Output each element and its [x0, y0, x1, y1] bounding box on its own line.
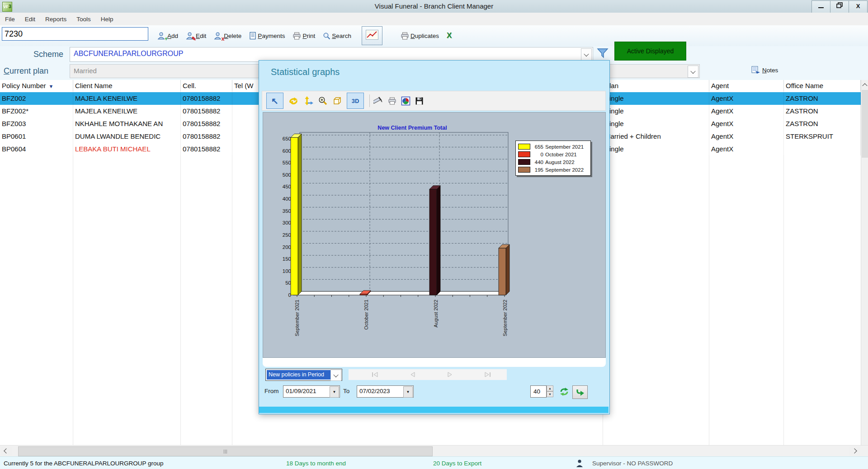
cell-plan: Single	[603, 92, 709, 105]
horizontal-scroll-thumb[interactable]	[18, 446, 433, 456]
menu-item-edit[interactable]: Edit	[20, 16, 40, 23]
search-button[interactable]: Search	[323, 32, 351, 40]
cell-agent: AgentX	[709, 143, 784, 155]
excel-export-icon[interactable]: X	[447, 31, 452, 40]
cell-policy-number: BP0604	[0, 143, 73, 155]
column-header-office-name[interactable]: Office Name	[784, 80, 861, 92]
duplicates-button[interactable]: Duplicates	[401, 32, 439, 40]
payments-button[interactable]: Payments	[249, 32, 285, 40]
3d-icon[interactable]: 3D	[347, 93, 364, 109]
column-header-agent[interactable]: Agent	[709, 80, 784, 92]
legend-item: 440August 2022	[518, 158, 588, 166]
cell-client-name: DUMA LWANDLE BENEDIC	[73, 130, 181, 143]
cell-plan: Single	[603, 105, 709, 117]
cell-cell-: 0780158882	[181, 143, 232, 155]
cell-office-name: ZASTRON	[784, 92, 861, 105]
filter-icon[interactable]	[597, 48, 609, 61]
dialog-toolbar: ↖3D	[262, 91, 606, 111]
cell-policy-number: BFZ003	[0, 117, 73, 130]
scroll-right-button[interactable]	[849, 446, 860, 455]
chevron-down-icon	[690, 68, 695, 73]
minimize-button[interactable]	[811, 0, 830, 13]
notes-label: Notes	[762, 67, 778, 74]
cell-office-name	[784, 143, 861, 155]
active-displayed-button[interactable]: Active Displayed	[614, 42, 686, 61]
edit-chart-icon[interactable]	[373, 96, 383, 106]
column-header-plan[interactable]: Plan	[603, 80, 709, 92]
chevron-right-icon	[852, 448, 857, 453]
right-combobox-dropdown-button[interactable]	[688, 66, 698, 78]
points-spinner-value[interactable]: 40	[530, 385, 547, 398]
print-button[interactable]: Print	[292, 32, 315, 40]
chevron-down-icon	[333, 372, 338, 377]
legend-color-chip	[518, 159, 530, 165]
to-date-picker[interactable]: 07/02/2023 ▼	[357, 385, 414, 398]
statistics-chart-button[interactable]	[362, 26, 382, 45]
spinner-up-button[interactable]: ▲	[547, 385, 553, 391]
print-icon[interactable]	[388, 97, 396, 105]
nav-prev-button[interactable]	[406, 371, 420, 379]
notes-button[interactable]: Notes	[751, 66, 778, 74]
cell-office-name: STERKSPRUIT	[784, 130, 861, 143]
zoom-in-icon[interactable]	[318, 96, 328, 106]
svg-text:October 2021: October 2021	[363, 300, 369, 330]
menu-item-reports[interactable]: Reports	[40, 16, 71, 23]
to-date-dropdown-button[interactable]: ▼	[403, 386, 413, 398]
refresh-button[interactable]	[559, 387, 570, 399]
legend-label: September 2021	[545, 144, 584, 150]
svg-text:500: 500	[283, 172, 291, 178]
menu-item-help[interactable]: Help	[96, 16, 118, 23]
nav-first-button[interactable]	[369, 371, 382, 379]
save-icon[interactable]	[415, 97, 424, 105]
menu-item-tools[interactable]: Tools	[71, 16, 96, 23]
add-button[interactable]: +Add	[157, 32, 178, 40]
record-navigator	[349, 369, 507, 380]
column-header-policy-number[interactable]: Policy Number▼	[0, 80, 73, 92]
vertical-scrollbar[interactable]	[861, 80, 868, 445]
legend-color-chip	[518, 151, 530, 157]
restore-button[interactable]	[830, 0, 849, 13]
chart-legend: 655September 20210October 2021440August …	[515, 141, 591, 176]
person-edit-icon: ✎	[186, 32, 194, 40]
edit-button[interactable]: ✎Edit	[186, 32, 206, 40]
depth-icon[interactable]	[332, 96, 342, 106]
close-icon: X	[856, 3, 860, 9]
rotate-icon[interactable]	[288, 96, 299, 105]
vertical-scroll-thumb[interactable]	[862, 90, 868, 158]
column-separator	[180, 155, 181, 445]
right-combobox[interactable]	[608, 64, 700, 78]
current-plan-label: Current plan	[4, 66, 48, 76]
scheme-dropdown-button[interactable]	[581, 48, 592, 61]
chevron-left-icon	[4, 448, 9, 453]
horizontal-scrollbar[interactable]	[0, 445, 868, 457]
nav-last-button[interactable]	[480, 371, 494, 379]
from-date-dropdown-button[interactable]: ▼	[330, 386, 339, 398]
column-header-cell-[interactable]: Cell.	[181, 80, 232, 92]
column-header-client-name[interactable]: Client Name	[73, 80, 181, 92]
search-input[interactable]	[2, 27, 148, 41]
delete-button[interactable]: xDelete	[214, 32, 241, 40]
cell-cell-: 0780158882	[181, 92, 232, 105]
points-spinner: ▲ ▼	[547, 385, 553, 398]
from-date-value: 01/09/2021	[286, 388, 316, 394]
chart-panel: 050100150200250300350400450500550600650S…	[263, 112, 606, 358]
add-label: Add	[167, 33, 178, 39]
move-icon[interactable]	[303, 96, 314, 106]
gallery-icon[interactable]	[401, 96, 410, 106]
cell-agent: AgentX	[709, 117, 784, 130]
from-date-picker[interactable]: 01/09/2021 ▼	[283, 385, 340, 398]
cell-cell-: 0780158882	[181, 130, 232, 143]
cell-client-name: LEBAKA BUTI MICHAEL	[73, 143, 181, 155]
menu-item-file[interactable]: File	[0, 16, 20, 23]
scroll-left-button[interactable]	[1, 446, 12, 455]
legend-item: 195September 2022	[518, 166, 588, 174]
close-button[interactable]: X	[849, 0, 868, 13]
nav-next-button[interactable]	[443, 371, 457, 379]
spinner-down-button[interactable]: ▼	[547, 391, 553, 397]
graph-type-combobox[interactable]: New policies in Period	[265, 369, 342, 381]
legend-label: August 2022	[545, 159, 575, 165]
apply-button[interactable]	[572, 385, 588, 399]
graph-type-dropdown-button[interactable]	[330, 370, 341, 381]
scroll-up-button[interactable]	[861, 80, 868, 89]
pointer-icon[interactable]: ↖	[266, 93, 283, 109]
